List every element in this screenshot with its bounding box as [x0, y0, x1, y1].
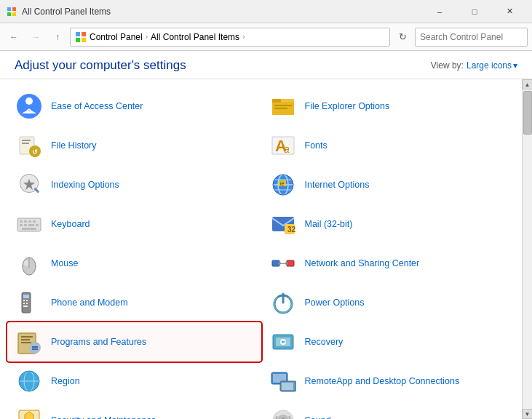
search-box[interactable]: 🔍: [415, 28, 528, 47]
item-mail[interactable]: 32 Mail (32-bit): [261, 204, 515, 244]
maximize-button[interactable]: □: [458, 1, 491, 23]
up-button[interactable]: ↑: [48, 28, 67, 47]
indexing-icon: [15, 170, 44, 199]
mouse-label: Mouse: [51, 258, 79, 269]
content-header: Adjust your computer's settings View by:…: [0, 51, 532, 79]
keyboard-label: Keyboard: [51, 218, 90, 230]
svg-rect-4: [76, 32, 80, 36]
item-remoteapp[interactable]: RemoteApp and Desktop Connections: [261, 362, 515, 401]
path-control-panel[interactable]: Control Panel: [90, 32, 143, 42]
svg-point-9: [25, 97, 33, 105]
svg-rect-17: [274, 108, 287, 109]
svg-rect-64: [23, 300, 25, 301]
region-label: Region: [51, 375, 80, 387]
scrollbar-thumb[interactable]: [523, 91, 532, 135]
programs-label: Programs and Features: [51, 336, 146, 348]
svg-rect-6: [76, 38, 80, 42]
ease-label: Ease of Access Center: [51, 100, 143, 112]
svg-rect-46: [36, 224, 39, 226]
item-fonts[interactable]: A a Fonts: [261, 126, 515, 165]
svg-rect-0: [7, 7, 11, 11]
item-power[interactable]: Power Options: [261, 283, 515, 322]
svg-rect-20: [22, 140, 31, 141]
refresh-button[interactable]: ↻: [393, 28, 412, 47]
remoteapp-icon: [269, 367, 298, 396]
programs-icon: [15, 327, 44, 356]
indexing-label: Indexing Options: [51, 179, 119, 191]
control-panel-icon: [75, 31, 87, 43]
svg-rect-1: [12, 7, 16, 11]
svg-rect-5: [82, 32, 86, 36]
svg-rect-16: [274, 105, 292, 106]
svg-rect-3: [12, 12, 16, 16]
region-icon: [15, 367, 44, 396]
ease-icon: [15, 92, 44, 121]
remoteapp-label: RemoteApp and Desktop Connections: [305, 375, 460, 387]
view-by-value[interactable]: Large icons ▾: [467, 60, 517, 71]
minimize-button[interactable]: –: [423, 1, 456, 23]
item-programs[interactable]: Programs and Features: [7, 322, 261, 362]
item-phone-modem[interactable]: Phone and Modem: [7, 283, 261, 322]
svg-rect-68: [23, 306, 28, 307]
item-mouse[interactable]: Mouse: [7, 244, 261, 283]
phone-modem-label: Phone and Modem: [51, 297, 128, 308]
mail-icon: 32: [269, 210, 298, 239]
svg-point-60: [278, 262, 281, 265]
scrollbar-down[interactable]: ▼: [523, 409, 533, 419]
keyboard-icon: [15, 210, 44, 239]
svg-rect-42: [33, 220, 36, 223]
item-recovery[interactable]: Recovery: [261, 322, 515, 362]
scrollbar[interactable]: ▲ ▼: [522, 79, 532, 419]
address-path[interactable]: Control Panel › All Control Panel Items …: [70, 28, 390, 47]
title-bar: All Control Panel Items – □ ✕: [0, 0, 532, 23]
item-network[interactable]: Network and Sharing Center: [261, 244, 515, 283]
close-button[interactable]: ✕: [493, 1, 526, 23]
file-explorer-icon: [269, 92, 298, 121]
svg-text:↺: ↺: [32, 148, 38, 156]
window-controls: – □ ✕: [423, 1, 526, 23]
item-internet[interactable]: ie Internet Options: [261, 165, 515, 204]
file-history-icon: ↺: [15, 131, 44, 160]
view-by-control: View by: Large icons ▾: [431, 60, 517, 71]
svg-point-54: [24, 260, 28, 266]
svg-rect-21: [22, 143, 29, 144]
recovery-icon: [269, 327, 298, 356]
view-by-label: View by:: [431, 60, 464, 71]
mouse-icon: [15, 249, 44, 278]
network-label: Network and Sharing Center: [305, 258, 420, 269]
power-label: Power Options: [305, 297, 365, 308]
file-explorer-label: File Explorer Options: [305, 100, 390, 112]
svg-rect-77: [32, 348, 38, 350]
internet-icon: ie: [269, 170, 298, 199]
path-all-items[interactable]: All Control Panel Items: [151, 32, 239, 42]
item-sound[interactable]: Sound: [261, 401, 515, 419]
item-security[interactable]: Security and Maintenance: [7, 401, 261, 419]
svg-rect-89: [282, 383, 293, 390]
back-button[interactable]: ←: [4, 28, 23, 47]
svg-rect-7: [82, 38, 86, 42]
mail-label: Mail (32-bit): [305, 218, 353, 230]
svg-point-61: [285, 262, 288, 265]
item-ease-of-access[interactable]: Ease of Access Center: [7, 87, 261, 126]
svg-rect-15: [272, 99, 281, 103]
forward-button[interactable]: →: [26, 28, 45, 47]
item-keyboard[interactable]: Keyboard: [7, 204, 261, 244]
svg-rect-65: [26, 300, 28, 301]
power-icon: [269, 288, 298, 317]
items-scroll[interactable]: Ease of Access Center File Explorer Opti…: [0, 79, 522, 419]
svg-text:32: 32: [287, 226, 296, 234]
svg-rect-41: [28, 220, 31, 223]
item-file-explorer[interactable]: File Explorer Options: [261, 87, 515, 126]
item-indexing[interactable]: Indexing Options: [7, 165, 261, 204]
search-input[interactable]: [420, 32, 529, 42]
items-grid: Ease of Access Center File Explorer Opti…: [7, 87, 515, 419]
items-area: Ease of Access Center File Explorer Opti…: [0, 79, 532, 419]
svg-rect-76: [32, 346, 38, 348]
svg-rect-74: [21, 342, 31, 343]
item-region[interactable]: Region: [7, 362, 261, 401]
item-file-history[interactable]: ↺ File History: [7, 126, 261, 165]
svg-rect-63: [23, 295, 29, 298]
scrollbar-up[interactable]: ▲: [523, 79, 533, 89]
sound-icon: [269, 406, 298, 419]
phone-modem-icon: [15, 288, 44, 317]
